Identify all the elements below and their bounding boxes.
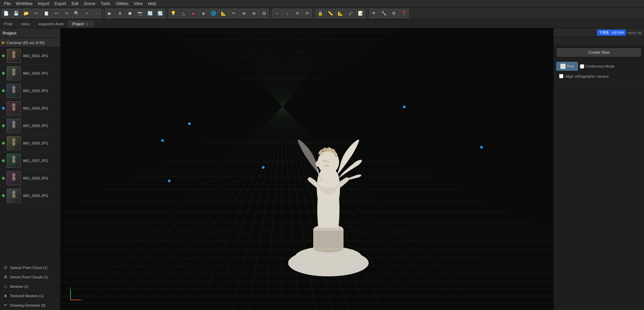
toolbar-btn-11[interactable]: ▶ (105, 9, 114, 18)
section-label-3: Textured Meshes (1) (10, 294, 44, 298)
section-item-4[interactable]: ✏Drawing Elements (0) (0, 301, 60, 310)
camera-item-2[interactable]: IMG_0003.JPG (0, 82, 60, 100)
toolbar-btn-4[interactable]: 📋 (42, 9, 51, 18)
toolbar-btn-30[interactable]: ↕ (282, 9, 292, 18)
toolbar-btn-12[interactable]: ⏸ (115, 9, 125, 18)
camera-label-1: IMG_0002.JPG (23, 71, 48, 75)
toolbar-btn-34[interactable]: 🔒 (316, 9, 325, 18)
camera-item-8[interactable]: IMG_0009.JPG (0, 187, 60, 204)
toolbar-btn-2[interactable]: 📂 (21, 9, 31, 18)
toolbar-btn-26[interactable]: ⊗ (249, 9, 259, 18)
menu-item-export[interactable]: Export (52, 1, 69, 7)
camera-item-6[interactable]: IMG_0007.JPG (0, 152, 60, 169)
continuous-mode-checkbox[interactable] (580, 64, 584, 69)
menu-item-file[interactable]: File (1, 1, 13, 7)
3d-viewport[interactable]: Z X (60, 28, 553, 310)
toolbar-btn-40[interactable]: 👁 (369, 9, 378, 18)
section-item-0[interactable]: ⊡Sparse Point Cloud (1) (0, 263, 60, 272)
toolbar-btn-18[interactable]: 💡 (169, 9, 178, 18)
section-item-3[interactable]: ◈Textured Meshes (1) (0, 291, 60, 301)
angel-svg (275, 95, 382, 283)
toolbar-btn-9[interactable]: - (92, 9, 101, 18)
align-camera-checkbox[interactable] (559, 74, 563, 78)
toolbar-btn-42[interactable]: ⚙ (389, 9, 399, 18)
toolbar-btn-41[interactable]: 🔧 (379, 9, 388, 18)
menu-item-tools[interactable]: Tools (98, 1, 113, 7)
menu-item-help[interactable]: Help (145, 1, 159, 7)
right-panel-subheader (554, 37, 644, 46)
camera-thumb-2 (7, 84, 21, 98)
cameras-list: IMG_0001.JPGIMG_0002.JPGIMG_0003.JPGIMG_… (0, 47, 60, 204)
toolbar-btn-3[interactable]: ✂ (32, 9, 41, 18)
toolbar-btn-31[interactable]: ⟲ (292, 9, 302, 18)
led-dot-6 (2, 159, 5, 162)
toolbar-btn-1[interactable]: 💾 (11, 9, 21, 18)
camera-thumb-inner-0 (7, 49, 20, 63)
section-label-2: Meshes (1) (10, 284, 29, 288)
svg-point-4 (12, 120, 15, 124)
section-item-1[interactable]: ⊞Dense Point Clouds (1) (0, 272, 60, 282)
toolbar-btn-13[interactable]: ⏹ (125, 9, 135, 18)
cameras-header[interactable]: ▶ Cameras (65 out of 65) (0, 38, 60, 47)
toolbar-btn-22[interactable]: 🌐 (209, 9, 218, 18)
camera-item-7[interactable]: IMG_0008.JPG (0, 169, 60, 187)
toolbar-btn-15[interactable]: 🔄 (145, 9, 155, 18)
tab-history[interactable]: istory (17, 21, 34, 27)
toolbar-btn-8[interactable]: + (82, 9, 91, 18)
toolbar-btn-43[interactable]: ❓ (399, 9, 409, 18)
toolbar-btn-6[interactable]: ↪ (62, 9, 71, 18)
menu-item-view[interactable]: View (131, 1, 145, 7)
toolbar-btn-27[interactable]: ⊞ (259, 9, 269, 18)
section-item-2[interactable]: △Meshes (1) (0, 282, 60, 291)
toolbar: 📄💾📂✂📋↩↪🔍+-▶⏸⏹📷🔄🔃💡△🔺◈🌐📐✏⊕⊗⊞↔↕⟲⟳🔒📏📐🖊📝👁🔧⚙❓ (0, 7, 644, 20)
menu-item-edit[interactable]: Edit (69, 1, 81, 7)
toolbar-btn-14[interactable]: 📷 (135, 9, 145, 18)
align-camera-option: Align orthographic camera (556, 73, 641, 80)
cameras-label: Cameras (65 out of 65) (7, 41, 45, 45)
toolbar-btn-5[interactable]: ↩ (52, 9, 61, 18)
toolbar-btn-24[interactable]: ✏ (229, 9, 238, 18)
camera-item-0[interactable]: IMG_0001.JPG (0, 47, 60, 65)
tab-project2[interactable]: Project× (68, 21, 93, 27)
menu-item-scene[interactable]: Scene (81, 1, 98, 7)
pick-button[interactable]: ⬜ Pick (556, 62, 578, 71)
toolbar-separator-39 (367, 9, 367, 17)
svg-point-7 (12, 173, 15, 177)
led-dot-4 (2, 124, 5, 127)
camera-item-4[interactable]: IMG_0005.JPG (0, 117, 60, 134)
svg-point-20 (334, 153, 337, 156)
toolbar-btn-36[interactable]: 📐 (336, 9, 345, 18)
toolbar-btn-32[interactable]: ⟳ (303, 9, 312, 18)
menu-bar: FileWorkflowImportExportEditSceneToolsUt… (0, 0, 644, 7)
toolbar-btn-25[interactable]: ⊕ (239, 9, 248, 18)
camera-item-1[interactable]: IMG_0002.JPG (0, 65, 60, 82)
tab-waypoints[interactable]: waypoints Anim (34, 21, 68, 27)
tab-close-project2[interactable]: × (85, 22, 89, 26)
toolbar-btn-29[interactable]: ↔ (272, 9, 282, 18)
toolbar-btn-37[interactable]: 🖊 (346, 9, 355, 18)
camera-item-3[interactable]: IMG_0004.JPG (0, 100, 60, 117)
menu-item-utilities[interactable]: Utilities (113, 1, 131, 7)
right-panel: 下载集 xzji.com rawin ng Create New ⬜ Pick … (553, 28, 644, 310)
toolbar-btn-7[interactable]: 🔍 (72, 9, 81, 18)
continuous-mode-label: Continuous Mode (586, 64, 614, 68)
menu-item-workflow[interactable]: Workflow (13, 1, 35, 7)
toolbar-btn-21[interactable]: ◈ (199, 9, 208, 18)
toolbar-btn-35[interactable]: 📏 (326, 9, 335, 18)
toolbar-btn-20[interactable]: 🔺 (189, 9, 198, 18)
camera-label-4: IMG_0005.JPG (23, 124, 48, 128)
svg-rect-13 (314, 231, 342, 248)
camera-point (480, 146, 483, 149)
toolbar-btn-19[interactable]: △ (179, 9, 188, 18)
create-new-button[interactable]: Create New (557, 48, 641, 56)
camera-item-5[interactable]: IMG_0006.JPG (0, 134, 60, 152)
toolbar-btn-16[interactable]: 🔃 (155, 9, 165, 18)
toolbar-btn-0[interactable]: 📄 (1, 9, 11, 18)
align-camera-label: Align orthographic camera (565, 74, 608, 78)
section-icon-4: ✏ (3, 303, 8, 308)
toolbar-btn-23[interactable]: 📐 (219, 9, 228, 18)
tab-project[interactable]: Proje (0, 21, 17, 27)
menu-item-import[interactable]: Import (35, 1, 52, 7)
sidebar-title: Project (0, 28, 60, 38)
toolbar-btn-38[interactable]: 📝 (356, 9, 365, 18)
